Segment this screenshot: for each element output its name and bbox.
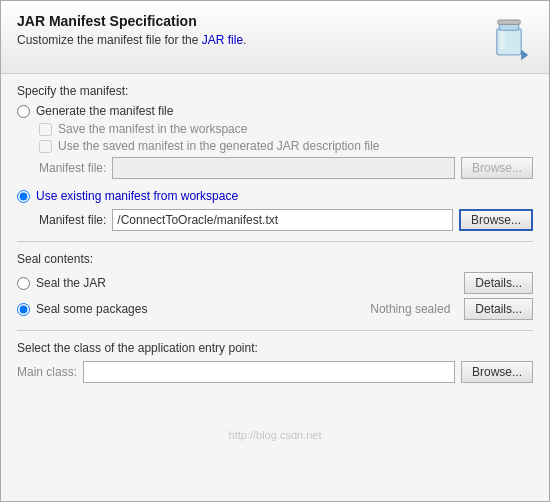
seal-jar-row: Seal the JAR Details... [17,272,533,294]
seal-packages-radio[interactable] [17,303,30,316]
divider-1 [17,241,533,242]
existing-file-label: Manifest file: [39,213,106,227]
seal-jar-details-button[interactable]: Details... [464,272,533,294]
existing-radio-label[interactable]: Use existing manifest from workspace [36,189,238,203]
seal-packages-details-button[interactable]: Details... [464,298,533,320]
generate-radio-label[interactable]: Generate the manifest file [36,104,173,118]
generate-radio[interactable] [17,105,30,118]
dialog-title: JAR Manifest Specification [17,13,246,29]
subtitle-link: JAR file [202,33,243,47]
use-manifest-checkbox[interactable] [39,140,52,153]
entry-section: Select the class of the application entr… [17,341,533,383]
entry-label: Select the class of the application entr… [17,341,533,355]
save-checkbox-row: Save the manifest in the workspace [39,122,533,136]
use-manifest-label: Use the saved manifest in the generated … [58,139,380,153]
existing-radio[interactable] [17,190,30,203]
jar-manifest-dialog: JAR Manifest Specification Customize the… [0,0,550,502]
generate-file-label: Manifest file: [39,161,106,175]
subtitle-suffix: . [243,33,246,47]
svg-rect-3 [500,30,504,49]
seal-jar-radio[interactable] [17,277,30,290]
main-class-label: Main class: [17,365,77,379]
dialog-body: Specify the manifest: Generate the manif… [1,74,549,501]
dialog-header: JAR Manifest Specification Customize the… [1,1,549,74]
existing-file-input[interactable] [112,209,453,231]
svg-marker-4 [521,50,528,60]
seal-section: Seal contents: Seal the JAR Details... S… [17,252,533,320]
existing-browse-button[interactable]: Browse... [459,209,533,231]
nothing-sealed-text: Nothing sealed [370,302,450,316]
main-class-input[interactable] [83,361,455,383]
specify-label: Specify the manifest: [17,84,533,98]
existing-file-row: Manifest file: Browse... [39,209,533,231]
seal-jar-label[interactable]: Seal the JAR [36,276,458,290]
generate-radio-row[interactable]: Generate the manifest file [17,104,533,118]
use-checkbox-row: Use the saved manifest in the generated … [39,139,533,153]
watermark: http://blog.csdn.net [229,429,322,441]
generate-file-input[interactable] [112,157,455,179]
jar-icon [485,13,533,61]
specify-section: Specify the manifest: Generate the manif… [17,84,533,179]
seal-packages-row: Seal some packages Nothing sealed Detail… [17,298,533,320]
main-class-browse-button[interactable]: Browse... [461,361,533,383]
existing-radio-row[interactable]: Use existing manifest from workspace [17,189,533,203]
subtitle-prefix: Customize the manifest file for the [17,33,202,47]
save-manifest-checkbox[interactable] [39,123,52,136]
svg-rect-2 [498,20,521,24]
save-manifest-label: Save the manifest in the workspace [58,122,247,136]
generate-file-row: Manifest file: Browse... [39,157,533,179]
generate-browse-button[interactable]: Browse... [461,157,533,179]
main-class-row: Main class: Browse... [17,361,533,383]
seal-label: Seal contents: [17,252,533,266]
seal-packages-label[interactable]: Seal some packages [36,302,370,316]
divider-2 [17,330,533,331]
dialog-subtitle: Customize the manifest file for the JAR … [17,33,246,47]
header-text-block: JAR Manifest Specification Customize the… [17,13,246,47]
